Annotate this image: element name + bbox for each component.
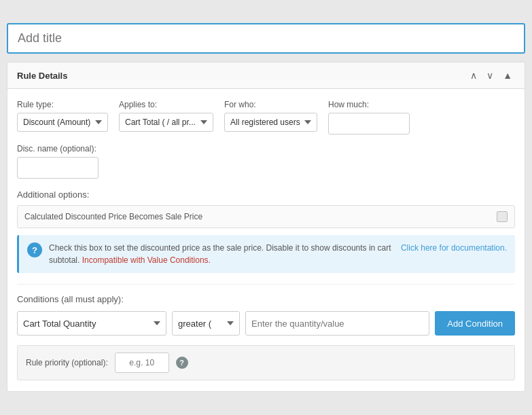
- priority-row: Rule priority (optional): ?: [17, 345, 515, 380]
- rule-details-card: Rule Details ∧ ∨ ▲ Rule type: Discount (…: [7, 62, 525, 392]
- info-text: Check this box to set the discounted pri…: [49, 242, 394, 266]
- how-much-label: How much:: [328, 100, 410, 109]
- rule-type-select[interactable]: Discount (Amount): [17, 113, 108, 132]
- how-much-group: How much:: [328, 100, 410, 134]
- conditions-label: Conditions (all must apply):: [17, 294, 515, 304]
- card-title: Rule Details: [17, 71, 67, 81]
- disc-name-input[interactable]: [17, 157, 99, 179]
- title-input[interactable]: [7, 23, 525, 54]
- help-icon[interactable]: ?: [176, 357, 188, 369]
- for-who-select[interactable]: All registered users: [224, 113, 317, 132]
- applies-to-select[interactable]: Cart Total ( / all pr...: [119, 113, 213, 132]
- additional-options-row: Calculated Discounted Price Becomes Sale…: [17, 205, 515, 228]
- divider: [17, 284, 515, 285]
- for-who-group: For who: All registered users: [224, 100, 317, 132]
- conditions-row: Cart Total Quantity greater ( Add Condit…: [17, 311, 515, 336]
- collapse-down-button[interactable]: ∨: [484, 69, 496, 82]
- info-text-incompatible: Incompatible with Value Conditions.: [79, 255, 211, 265]
- priority-input[interactable]: [115, 353, 169, 373]
- condition-operator-select[interactable]: greater (: [172, 311, 240, 336]
- rule-type-row: Rule type: Discount (Amount) Applies to:…: [17, 100, 515, 134]
- documentation-link[interactable]: Click here for documentation.: [401, 242, 507, 254]
- rule-type-group: Rule type: Discount (Amount): [17, 100, 108, 132]
- for-who-label: For who:: [224, 100, 317, 109]
- disc-name-group: Disc. name (optional):: [17, 144, 515, 179]
- applies-to-group: Applies to: Cart Total ( / all pr...: [119, 100, 213, 132]
- how-much-input[interactable]: [328, 113, 410, 134]
- card-header: Rule Details ∧ ∨ ▲: [7, 62, 525, 89]
- card-header-actions: ∧ ∨ ▲: [467, 69, 515, 82]
- condition-value-input[interactable]: [245, 311, 429, 336]
- additional-options-section-label: Additional options:: [17, 190, 515, 200]
- main-container: Rule Details ∧ ∨ ▲ Rule type: Discount (…: [7, 23, 525, 392]
- rule-type-label: Rule type:: [17, 100, 108, 109]
- applies-to-label: Applies to:: [119, 100, 213, 109]
- add-condition-button[interactable]: Add Condition: [435, 311, 515, 336]
- priority-label: Rule priority (optional):: [26, 358, 108, 367]
- info-box: ? Check this box to set the discounted p…: [17, 235, 515, 273]
- additional-options-text: Calculated Discounted Price Becomes Sale…: [24, 212, 202, 221]
- card-body: Rule type: Discount (Amount) Applies to:…: [7, 89, 525, 391]
- collapse-up-button[interactable]: ∧: [467, 69, 480, 82]
- calculated-price-checkbox[interactable]: [497, 211, 508, 222]
- condition-type-select[interactable]: Cart Total Quantity: [17, 311, 166, 336]
- disc-name-label: Disc. name (optional):: [17, 144, 515, 154]
- info-icon: ?: [27, 242, 42, 257]
- expand-button[interactable]: ▲: [500, 69, 515, 82]
